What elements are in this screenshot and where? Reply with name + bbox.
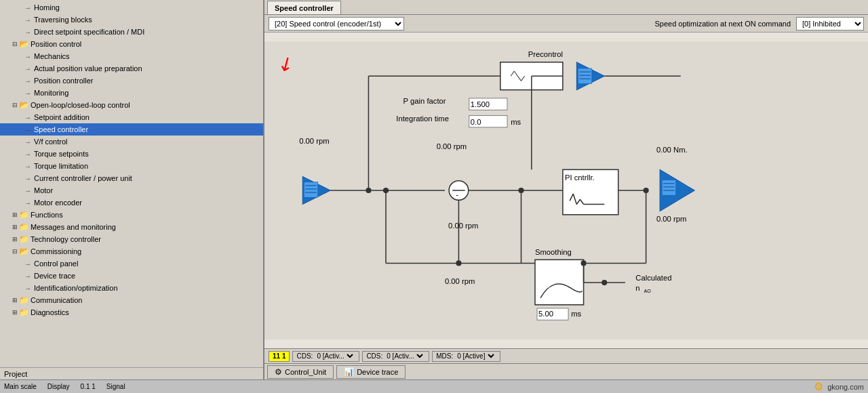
tree-item-diagnostics[interactable]: ⊞📁Diagnostics [0, 306, 263, 318]
tree-item-label: Messages and monitoring [31, 223, 116, 231]
precontrol-label: Precontrol [528, 50, 563, 58]
tree-item-label: Technology controller [31, 235, 101, 243]
tree-item-identification[interactable]: →Identification/optimization [0, 282, 263, 294]
expand-icon[interactable]: ⊟ [12, 41, 18, 47]
arrow-icon: → [24, 272, 31, 280]
device-trace-tab[interactable]: 📊 Device trace [336, 365, 406, 379]
svg-text:5.00: 5.00 [538, 310, 553, 318]
expand-icon[interactable]: ⊞ [12, 211, 18, 218]
tree-item-technology-controller[interactable]: ⊞📁Technology controller [0, 233, 263, 245]
arrow-icon: → [24, 150, 31, 158]
folder-icon: 📁 [19, 234, 29, 244]
arrow-icon: → [24, 89, 31, 97]
tree-item-torque-limitation[interactable]: →Torque limitation [0, 160, 263, 172]
tree-item-label: Motor [34, 186, 53, 194]
arrow-icon: → [24, 138, 31, 146]
tree-item-speed-controller[interactable]: →Speed controller [0, 123, 263, 136]
mds-status[interactable]: MDS: 0 [Active] [432, 351, 500, 362]
folder-icon: 📁 [19, 308, 29, 317]
arrow-icon: → [24, 187, 31, 194]
arrow-icon: → [24, 28, 31, 36]
svg-text:0.00 rpm: 0.00 rpm [437, 142, 467, 150]
arrow-icon: → [24, 77, 31, 85]
project-label: Project [0, 367, 263, 379]
tree-item-label: Identification/optimization [34, 284, 118, 292]
diagram-area: ↙ Precontrol [264, 33, 868, 348]
svg-point-54 [456, 260, 461, 266]
main-scale-item: Main scale [4, 383, 37, 390]
svg-text:0.0: 0.0 [471, 118, 481, 126]
tree-item-messages-monitoring[interactable]: ⊞📁Messages and monitoring [0, 221, 263, 233]
arrow-icon: → [24, 260, 31, 268]
tree-item-vf-control[interactable]: →V/f control [0, 136, 263, 148]
tree-item-traversing[interactable]: →Traversing blocks [0, 14, 263, 26]
tree-container[interactable]: →Homing→Traversing blocks→Direct setpoin… [0, 0, 263, 367]
mds-select[interactable]: 0 [Active] [454, 352, 496, 360]
tree-item-device-trace[interactable]: →Device trace [0, 270, 263, 282]
tree-item-monitoring[interactable]: →Monitoring [0, 87, 263, 99]
tree-item-mechanics[interactable]: →Mechanics [0, 50, 263, 62]
right-panel: Speed controller [20] Speed control (enc… [264, 0, 868, 379]
tree-item-homing[interactable]: →Homing [0, 1, 263, 14]
arrow-icon: → [24, 163, 31, 170]
expand-icon[interactable]: ⊞ [12, 224, 18, 230]
website-icon: gkong.com [827, 383, 864, 391]
arrow-icon: → [24, 285, 31, 292]
expand-icon[interactable]: ⊞ [12, 297, 18, 304]
svg-text:0.00 Nm.: 0.00 Nm. [656, 146, 688, 154]
control-diagram-svg: Precontrol P gain factor [264, 33, 868, 348]
tree-item-position-control[interactable]: ⊟📂Position control [0, 38, 263, 50]
tab-speed-controller[interactable]: Speed controller [267, 1, 341, 14]
value-item: 0.1 1 [81, 383, 96, 390]
svg-text:P gain factor: P gain factor [403, 97, 446, 105]
tree-item-motor[interactable]: →Motor [0, 184, 263, 196]
tree-item-label: Torque limitation [34, 162, 88, 170]
tree-item-direct-setpoint[interactable]: →Direct setpoint specification / MDI [0, 26, 263, 38]
folder-icon: 📁 [19, 295, 29, 305]
svg-text:0.00 rpm: 0.00 rpm [448, 222, 478, 230]
tree-item-functions[interactable]: ⊞📁Functions [0, 209, 263, 221]
tree-item-position-controller[interactable]: →Position controller [0, 75, 263, 87]
cds2-status[interactable]: CDS: 0 [Activ... [362, 351, 429, 362]
folder-icon: 📂 [19, 39, 29, 49]
tree-item-torque-setpoints[interactable]: →Torque setpoints [0, 148, 263, 160]
control-unit-tab[interactable]: ⚙ Control_Unit [267, 365, 334, 379]
arrow-icon: → [24, 175, 31, 182]
status-bar: 11 1 CDS: 0 [Activ... CDS: 0 [Activ... M… [264, 348, 868, 363]
expand-icon[interactable]: ⊟ [12, 248, 18, 255]
cds1-status[interactable]: CDS: 0 [Activ... [292, 351, 359, 362]
svg-point-70 [366, 188, 371, 193]
svg-rect-21 [304, 182, 317, 198]
expand-icon[interactable]: ⊟ [12, 102, 18, 108]
tree-item-label: Commissioning [31, 247, 81, 255]
svg-text:ms: ms [511, 118, 521, 126]
tree-item-open-closed[interactable]: ⊟📂Open-loop/closed-loop control [0, 99, 263, 111]
folder-icon: 📂 [19, 247, 29, 256]
cds2-select[interactable]: 0 [Activ... [384, 352, 425, 360]
tree-item-actual-position[interactable]: →Actual position value preparation [0, 62, 263, 75]
toolbar-area: [20] Speed control (encoder/1st) Speed o… [264, 15, 868, 33]
optimization-dropdown[interactable]: [0] Inhibited [796, 17, 864, 30]
arrow-icon: → [24, 199, 31, 207]
expand-icon[interactable]: ⊞ [12, 236, 18, 243]
tree-item-commissioning[interactable]: ⊟📂Commissioning [0, 245, 263, 257]
tree-item-label: Actual position value preparation [34, 64, 142, 73]
tree-item-label: Current controller / power unit [34, 174, 132, 182]
svg-text:-: - [456, 190, 458, 199]
tab-bar: Speed controller [264, 0, 868, 15]
svg-rect-6 [578, 68, 591, 84]
tree-item-label: Speed controller [34, 125, 88, 133]
tree-item-current-controller[interactable]: →Current controller / power unit [0, 172, 263, 184]
cds1-select[interactable]: 0 [Activ... [314, 352, 355, 360]
arrow-icon: → [24, 65, 31, 73]
tree-item-setpoint-addition[interactable]: →Setpoint addition [0, 111, 263, 123]
tree-item-control-panel[interactable]: →Control panel [0, 257, 263, 270]
tree-item-communication[interactable]: ⊞📁Communication [0, 294, 263, 306]
speed-control-dropdown[interactable]: [20] Speed control (encoder/1st) [269, 17, 404, 30]
tree-item-motor-encoder[interactable]: →Motor encoder [0, 196, 263, 209]
expand-icon[interactable]: ⊞ [12, 309, 18, 316]
tree-item-label: Homing [34, 3, 60, 12]
gear-icon-right: ⚙ [814, 380, 823, 393]
optimization-label: Speed optimization at next ON command [654, 20, 791, 28]
status-active-btn[interactable]: 11 1 [269, 351, 290, 362]
